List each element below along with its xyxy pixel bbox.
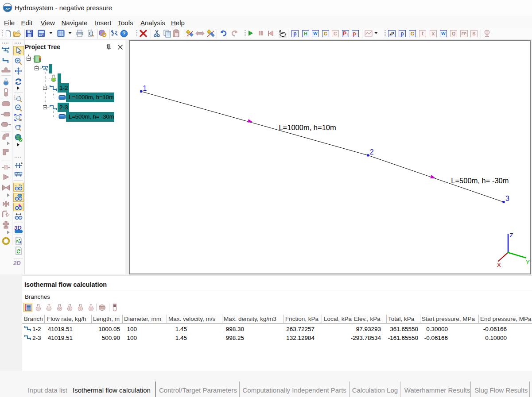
- svg-text:L=1000m, h=10m: L=1000m, h=10m: [279, 123, 336, 131]
- svg-text:1: 1: [143, 85, 147, 92]
- svg-text:L=500m, h= -30m: L=500m, h= -30m: [451, 177, 509, 185]
- svg-text:2: 2: [370, 148, 374, 156]
- svg-text:ΔP: ΔP: [5, 8, 10, 11]
- svg-text:H: H: [8, 213, 10, 217]
- svg-text:X: X: [497, 262, 501, 268]
- svg-text:3: 3: [505, 195, 509, 202]
- svg-text:Z: Z: [510, 232, 513, 239]
- svg-text:?: ?: [122, 31, 125, 37]
- svg-text:Y: Y: [526, 259, 530, 266]
